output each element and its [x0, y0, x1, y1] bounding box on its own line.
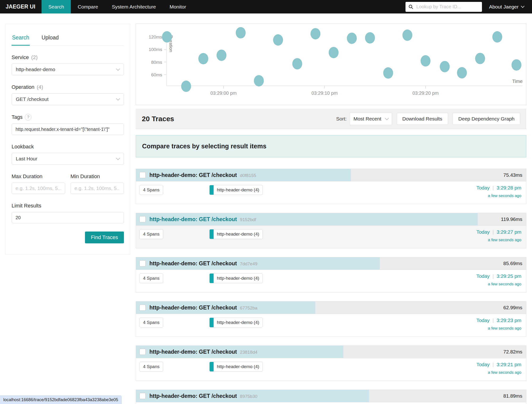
- trace-title-link[interactable]: http-header-demo: GET /checkout7dd7e49: [149, 260, 258, 267]
- chevron-down-icon: [385, 116, 389, 120]
- limit-results-input[interactable]: [12, 212, 124, 223]
- x-tick-label: 03:29:10 pm: [311, 91, 337, 96]
- service-tag-label: http-header-demo (4): [214, 274, 263, 283]
- trace-scatter-point[interactable]: [292, 58, 302, 69]
- tab-search[interactable]: Search: [12, 34, 30, 45]
- trace-select-checkbox[interactable]: [139, 260, 146, 267]
- lookback-select[interactable]: Last Hour: [12, 153, 124, 165]
- span-count-chip: 4 Spans: [139, 318, 163, 327]
- trace-scatter-point[interactable]: [440, 61, 450, 72]
- trace-duration: 81.89ms: [503, 393, 522, 399]
- x-tick-label: 03:29:00 pm: [210, 91, 236, 96]
- trace-scatter-point[interactable]: [402, 30, 412, 41]
- trace-select-checkbox[interactable]: [139, 216, 146, 222]
- trace-scatter-point[interactable]: [198, 53, 208, 64]
- trace-scatter-point[interactable]: [365, 32, 375, 44]
- trace-timestamp: Today|3:29:25 pm a few seconds ago: [476, 273, 522, 287]
- trace-select-checkbox[interactable]: [139, 305, 146, 311]
- tab-upload[interactable]: Upload: [41, 34, 59, 45]
- tags-input[interactable]: [12, 124, 124, 135]
- operation-count: (4): [37, 84, 43, 90]
- trace-id: 67752ba: [240, 306, 258, 310]
- min-duration-input[interactable]: [70, 183, 124, 194]
- trace-timestamp: Today|3:29:23 pm a few seconds ago: [476, 318, 522, 331]
- app-brand[interactable]: JAEGER UI: [0, 0, 42, 13]
- trace-title-link[interactable]: http-header-demo: GET /checkout67752ba: [149, 305, 258, 311]
- trace-scatter-point[interactable]: [512, 59, 521, 71]
- trace-scatter-point[interactable]: [181, 81, 191, 92]
- trace-time[interactable]: 3:29:23 pm: [497, 318, 521, 323]
- browser-status-url: localhost:16686/trace/9152bdfade06823fba…: [0, 396, 121, 404]
- nav-tab-compare[interactable]: Compare: [71, 0, 105, 13]
- trace-date[interactable]: Today: [476, 273, 489, 279]
- span-count-chip: 4 Spans: [139, 185, 163, 195]
- sort-select[interactable]: Most Recent: [349, 113, 392, 125]
- trace-date[interactable]: Today: [476, 229, 489, 235]
- max-duration-input[interactable]: [12, 183, 65, 194]
- trace-scatter-point[interactable]: [310, 28, 321, 39]
- trace-scatter-point[interactable]: [216, 50, 226, 61]
- trace-scatter-point[interactable]: [254, 75, 264, 86]
- trace-scatter-point[interactable]: [329, 47, 339, 58]
- trace-date[interactable]: Today: [476, 318, 489, 323]
- trace-scatter-point[interactable]: [347, 33, 357, 44]
- trace-time[interactable]: 3:29:25 pm: [497, 273, 521, 279]
- trace-result-list: http-header-demo: GET /checkoutd0f8155 7…: [136, 169, 526, 404]
- trace-time[interactable]: 3:29:28 pm: [497, 185, 521, 191]
- trace-scatter-point[interactable]: [492, 31, 502, 43]
- trace-title-link[interactable]: http-header-demo: GET /checkout9152bdf: [149, 216, 256, 222]
- y-tick-label: 120ms: [149, 34, 162, 39]
- service-select[interactable]: http-header-demo: [12, 64, 124, 75]
- y-tick-label: 80ms: [151, 60, 162, 65]
- y-tick-label: 100ms: [149, 47, 162, 52]
- trace-card-header[interactable]: http-header-demo: GET /checkout9152bdf 1…: [136, 213, 526, 226]
- trace-id: 8975b30: [240, 394, 258, 399]
- download-results-button[interactable]: Download Results: [397, 113, 448, 125]
- trace-card-header[interactable]: http-header-demo: GET /checkout23818d4 7…: [136, 346, 526, 358]
- trace-card-header[interactable]: http-header-demo: GET /checkout8975b30 8…: [136, 390, 526, 402]
- trace-date[interactable]: Today: [476, 362, 489, 367]
- trace-scatter-point[interactable]: [236, 27, 246, 39]
- trace-title-link[interactable]: http-header-demo: GET /checkout8975b30: [149, 393, 258, 399]
- nav-tab-system-architecture[interactable]: System Architecture: [105, 0, 163, 13]
- trace-select-checkbox[interactable]: [139, 393, 146, 399]
- trace-id: 7dd7e49: [240, 261, 258, 266]
- deep-dependency-graph-button[interactable]: Deep Dependency Graph: [453, 113, 520, 125]
- trace-date[interactable]: Today: [476, 185, 489, 191]
- operation-select[interactable]: GET /checkout: [12, 93, 124, 105]
- trace-timestamp: Today|3:29:28 pm a few seconds ago: [476, 185, 522, 198]
- trace-select-checkbox[interactable]: [139, 172, 146, 178]
- scatter-plot: 120ms100ms80ms60ms03:29:00 pm03:29:10 pm…: [136, 24, 526, 104]
- trace-title-link[interactable]: http-header-demo: GET /checkout23818d4: [149, 349, 258, 355]
- trace-scatter-point[interactable]: [383, 67, 393, 79]
- nav-tab-search[interactable]: Search: [42, 0, 71, 13]
- trace-time[interactable]: 3:29:21 pm: [497, 362, 521, 367]
- trace-scatter-point[interactable]: [162, 31, 172, 43]
- limit-results-label: Limit Results: [12, 203, 124, 209]
- trace-scatter-point[interactable]: [421, 55, 431, 67]
- compare-banner-title: Compare traces by selecting result items: [142, 143, 266, 150]
- nav-tab-monitor[interactable]: Monitor: [163, 0, 193, 13]
- span-count-chip: 4 Spans: [139, 229, 163, 239]
- service-count: (2): [31, 54, 38, 60]
- trace-scatter-point[interactable]: [273, 34, 283, 46]
- results-header-bar: 20 Traces Sort: Most Recent Download Res…: [136, 109, 526, 129]
- trace-card-header[interactable]: http-header-demo: GET /checkout7dd7e49 8…: [136, 257, 526, 270]
- find-traces-button[interactable]: Find Traces: [85, 232, 124, 243]
- trace-time[interactable]: 3:29:27 pm: [497, 229, 521, 235]
- trace-title-link[interactable]: http-header-demo: GET /checkoutd0f8155: [149, 172, 256, 178]
- about-jaeger-menu[interactable]: About Jaeger: [489, 0, 524, 13]
- trace-scatter-point[interactable]: [475, 53, 485, 64]
- trace-scatter-point[interactable]: [457, 67, 467, 78]
- trace-lookup-box[interactable]: [405, 2, 482, 12]
- help-icon[interactable]: ?: [25, 114, 32, 120]
- trace-card-header[interactable]: http-header-demo: GET /checkout67752ba 6…: [136, 301, 526, 314]
- trace-select-checkbox[interactable]: [139, 349, 146, 355]
- trace-lookup-input[interactable]: [416, 4, 479, 10]
- timestamp-separator: |: [492, 229, 494, 235]
- service-tag-chip: http-header-demo (4): [209, 318, 263, 327]
- trace-card-header[interactable]: http-header-demo: GET /checkoutd0f8155 7…: [136, 169, 526, 182]
- trace-duration: 72.82ms: [503, 349, 522, 355]
- y-tick-label: 60ms: [151, 72, 162, 77]
- trace-relative-time: a few seconds ago: [488, 194, 521, 198]
